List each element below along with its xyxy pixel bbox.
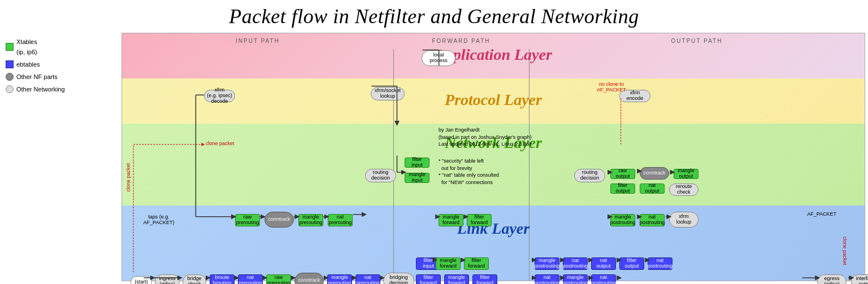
taps-label: taps (e.g.AF_PACKET) <box>139 214 179 225</box>
node-mangle-forward-link: mangleforward <box>444 274 469 284</box>
node-egress-qdisc: egress(qdisc) <box>817 274 847 284</box>
node-interface-output: interfaceoutput <box>851 274 868 284</box>
legend-othernetworking-box <box>6 85 14 93</box>
node-raw-prerouting-link: rawprerouting <box>266 274 291 284</box>
legend-othernf-label: Other NF parts <box>16 72 58 82</box>
node-local-process: localprocess <box>422 50 455 66</box>
note-security: * "security" table left out for brevity <box>439 158 484 171</box>
node-conntrack-output-net: conntrack <box>640 167 669 180</box>
node-filter-forward: filterforward <box>467 214 492 226</box>
clone-packet-top-label: clone packet <box>206 141 235 146</box>
node-routing-decision-output: routingdecision <box>574 169 605 182</box>
node-mangle-postrouting-link: manglepostrouting <box>535 257 559 270</box>
no-clone-label: no clone toAF_PACKET <box>597 81 626 93</box>
legend-othernetworking-label: Other Networking <box>16 84 65 94</box>
node-filter-output-link: filteroutput <box>619 257 644 270</box>
node-xfrm-decode: xfrm(e.g. ipsec)decode <box>204 90 235 102</box>
node-filter-forward-link: filterforward <box>416 274 441 284</box>
node-nat-postrouting-net: natpostrouting <box>640 214 665 226</box>
node-routing-decision-input: routingdecision <box>365 169 396 182</box>
divider-input-forward <box>393 49 394 281</box>
node-nat-postrouting-link-bot: natpostrouting <box>535 274 559 284</box>
node-filter-forward-link2: filterforward <box>472 274 497 284</box>
clone-packet-left-label: clone packet <box>125 163 131 192</box>
node-bridge-check: bridgecheck <box>183 274 206 284</box>
legend-ebtables-box <box>6 60 14 68</box>
layer-link-bg <box>122 206 865 281</box>
node-filter-output-net: filteroutput <box>610 183 635 194</box>
diagram-container: INPUT PATH FORWARD PATH OUTPUT PATH Appl… <box>121 33 865 281</box>
node-filter-input-net: filterinput <box>405 158 429 168</box>
path-output-label: OUTPUT PATH <box>529 38 865 44</box>
node-nat-prerouting: natprerouting <box>328 214 353 226</box>
clone-packet-right-label: clone packet <box>842 237 848 265</box>
info-based: (based in part on Joshua Snyder's graph) <box>439 134 532 140</box>
note-nat: * "nat" table only consulted for "NEW" c… <box>439 172 499 185</box>
node-nat-postrouting-link-bot2: natpostrouting <box>591 274 616 284</box>
info-author: by Jan Engelhardt <box>439 127 480 133</box>
node-reroute-check: reroutecheck <box>669 183 698 196</box>
node-nat-postrouting-link2: natpostrouting <box>648 257 672 270</box>
legend: Xtables(ip, ip6) ebtables Other NF parts… <box>6 37 65 95</box>
node-nat-output-link: natoutput <box>591 257 616 270</box>
node-nat-prerouting-link: natprerouting <box>238 274 263 284</box>
node-raw-prerouting: rawprerouting <box>235 214 260 226</box>
node-xfrm-socket-lookup: xfrm/socketlookup <box>371 87 405 101</box>
node-mangle-postrouting-link-bot: manglepostrouting <box>563 274 588 284</box>
node-mangle-prerouting-link: mangleprerouting <box>327 274 352 284</box>
node-mangle-input-net: mangleinput <box>405 173 429 183</box>
legend-ebtables-label: ebtables <box>16 59 40 69</box>
info-updated: Last updated 2012-Nov-12, Linux 2.6.36+ <box>439 141 532 147</box>
node-conntrack-link: conntrack <box>294 273 324 284</box>
legend-xtables-label: Xtables(ip, ip6) <box>16 37 37 57</box>
legend-xtables-box <box>6 43 14 51</box>
node-nat-prerouting-link2: natprerouting <box>355 274 380 284</box>
info-box: by Jan Engelhardt (based in part on Josh… <box>439 126 532 148</box>
node-mangle-output-top: mangleoutput <box>674 169 698 179</box>
notes-box: * "security" table left out for brevity … <box>439 158 499 186</box>
divider-forward-output <box>529 49 530 281</box>
legend-othernf-box <box>6 73 14 81</box>
node-ingress-qdisc: ingress(qdisc) <box>155 274 180 284</box>
path-input-label: INPUT PATH <box>122 38 393 44</box>
node-mangle-forward: mangleforward <box>439 214 463 226</box>
layer-application-label: Application Layer <box>122 46 865 64</box>
node-raw-output-net: rawoutput <box>610 169 635 179</box>
node-mangle-forward-net: mangleforward <box>436 257 461 270</box>
node-nat-postrouting-link: natpostrouting <box>563 257 588 270</box>
node-bridging-decision: bridgingdecision <box>383 273 414 284</box>
node-start: (start) <box>131 276 152 284</box>
node-nat-output-net: natoutput <box>640 183 665 194</box>
node-broute-brouting: broutebrouting <box>210 274 235 284</box>
node-mangle-postrouting-net: manglepostrouting <box>610 214 635 226</box>
node-mangle-prerouting: mangleprerouting <box>298 214 323 226</box>
node-conntrack-net: conntrack <box>264 212 294 228</box>
af-packet-right-label: AF_PACKET <box>807 211 836 217</box>
node-filter-forward-net2: filterforward <box>464 257 489 270</box>
page-title: Packet flow in Netfilter and General Net… <box>0 0 868 30</box>
layer-link-label: Link Layer <box>122 220 865 238</box>
node-xfrm-lookup: xfrmlookup <box>669 212 698 228</box>
path-forward-label: FORWARD PATH <box>393 38 529 44</box>
